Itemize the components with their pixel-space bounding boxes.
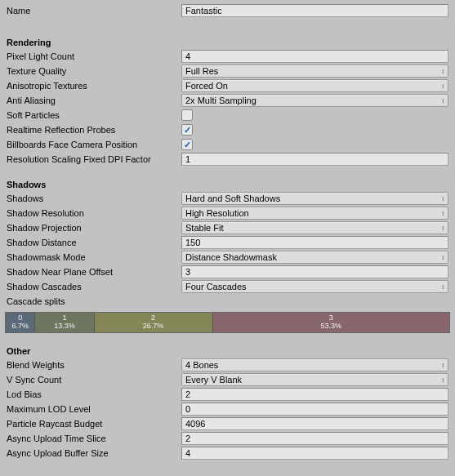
anisotropic-textures-value: Forced On bbox=[185, 81, 228, 91]
billboards-face-camera-checkbox[interactable] bbox=[181, 139, 193, 150]
async-upload-buffer-size-input[interactable] bbox=[181, 447, 448, 460]
shadow-projection-dropdown[interactable]: Stable Fit ↕ bbox=[181, 221, 448, 234]
lod-bias-input[interactable] bbox=[181, 388, 448, 401]
shadows-dropdown[interactable]: Hard and Soft Shadows ↕ bbox=[181, 192, 448, 205]
anti-aliasing-label: Anti Aliasing bbox=[5, 96, 181, 105]
chevron-updown-icon: ↕ bbox=[441, 225, 444, 232]
chevron-updown-icon: ↕ bbox=[441, 97, 444, 105]
async-upload-buffer-size-label: Async Upload Buffer Size bbox=[5, 448, 181, 458]
name-input[interactable] bbox=[181, 4, 448, 17]
chevron-updown-icon: ↕ bbox=[441, 82, 444, 90]
max-lod-level-input[interactable] bbox=[181, 403, 448, 416]
billboards-face-camera-label: Billboards Face Camera Position bbox=[5, 140, 181, 149]
cascade-splits-bar[interactable]: 0 6.7% 1 13.3% 2 26.7% 3 53.3% bbox=[5, 312, 450, 333]
shadowmask-mode-label: Shadowmask Mode bbox=[5, 252, 181, 262]
soft-particles-checkbox[interactable] bbox=[181, 109, 193, 121]
name-label: Name bbox=[5, 6, 181, 16]
cascade-splits-label: Cascade splits bbox=[5, 296, 181, 306]
shadow-resolution-value: High Resolution bbox=[185, 208, 249, 218]
chevron-updown-icon: ↕ bbox=[441, 362, 444, 369]
shadow-projection-label: Shadow Projection bbox=[5, 223, 181, 233]
shadow-near-plane-input[interactable] bbox=[181, 265, 448, 278]
shadows-value: Hard and Soft Shadows bbox=[185, 194, 280, 203]
blend-weights-value: 4 Bones bbox=[185, 360, 218, 370]
cascade-segment-3[interactable]: 3 53.3% bbox=[213, 313, 449, 332]
shadow-near-plane-label: Shadow Near Plane Offset bbox=[5, 267, 181, 277]
vsync-count-label: V Sync Count bbox=[5, 375, 181, 385]
shadow-cascades-value: Four Cascades bbox=[185, 282, 247, 291]
cascade-segment-1[interactable]: 1 13.3% bbox=[35, 313, 94, 332]
anisotropic-textures-dropdown[interactable]: Forced On ↕ bbox=[181, 79, 448, 92]
texture-quality-dropdown[interactable]: Full Res ↕ bbox=[181, 65, 448, 78]
shadows-label: Shadows bbox=[5, 194, 181, 203]
max-lod-level-label: Maximum LOD Level bbox=[5, 404, 181, 414]
anti-aliasing-value: 2x Multi Sampling bbox=[185, 96, 256, 105]
realtime-reflection-probes-label: Realtime Reflection Probes bbox=[5, 125, 181, 135]
shadow-cascades-dropdown[interactable]: Four Cascades ↕ bbox=[181, 280, 448, 293]
cascade-segment-2[interactable]: 2 26.7% bbox=[95, 313, 213, 332]
particle-raycast-budget-label: Particle Raycast Budget bbox=[5, 419, 181, 429]
shadow-projection-value: Stable Fit bbox=[185, 223, 223, 233]
shadows-header: Shadows bbox=[5, 180, 450, 189]
soft-particles-label: Soft Particles bbox=[5, 110, 181, 120]
texture-quality-label: Texture Quality bbox=[5, 66, 181, 76]
cascade-segment-percent: 26.7% bbox=[143, 323, 164, 331]
chevron-updown-icon: ↕ bbox=[441, 283, 444, 291]
realtime-reflection-probes-checkbox[interactable] bbox=[181, 124, 193, 136]
cascade-segment-0[interactable]: 0 6.7% bbox=[6, 313, 35, 332]
blend-weights-label: Blend Weights bbox=[5, 360, 181, 370]
lod-bias-label: Lod Bias bbox=[5, 389, 181, 399]
pixel-light-count-input[interactable] bbox=[181, 50, 448, 63]
vsync-count-value: Every V Blank bbox=[185, 375, 242, 385]
blend-weights-dropdown[interactable]: 4 Bones ↕ bbox=[181, 358, 448, 371]
shadowmask-mode-dropdown[interactable]: Distance Shadowmask ↕ bbox=[181, 251, 448, 264]
shadowmask-mode-value: Distance Shadowmask bbox=[185, 252, 277, 262]
resolution-scaling-dpi-input[interactable] bbox=[181, 153, 448, 166]
pixel-light-count-label: Pixel Light Count bbox=[5, 51, 181, 61]
vsync-count-dropdown[interactable]: Every V Blank ↕ bbox=[181, 373, 448, 386]
shadow-resolution-dropdown[interactable]: High Resolution ↕ bbox=[181, 207, 448, 220]
async-upload-time-slice-input[interactable] bbox=[181, 432, 448, 445]
rendering-header: Rendering bbox=[5, 38, 450, 47]
anisotropic-textures-label: Anisotropic Textures bbox=[5, 81, 181, 91]
particle-raycast-budget-input[interactable] bbox=[181, 417, 448, 430]
cascade-segment-percent: 13.3% bbox=[54, 323, 75, 331]
async-upload-time-slice-label: Async Upload Time Slice bbox=[5, 434, 181, 443]
chevron-updown-icon: ↕ bbox=[441, 210, 444, 217]
shadow-cascades-label: Shadow Cascades bbox=[5, 282, 181, 291]
other-header: Other bbox=[5, 346, 450, 356]
texture-quality-value: Full Res bbox=[185, 66, 218, 76]
chevron-updown-icon: ↕ bbox=[441, 254, 444, 261]
anti-aliasing-dropdown[interactable]: 2x Multi Sampling ↕ bbox=[181, 94, 448, 107]
cascade-segment-percent: 53.3% bbox=[321, 323, 342, 331]
chevron-updown-icon: ↕ bbox=[441, 376, 444, 384]
shadow-distance-input[interactable] bbox=[181, 236, 448, 249]
chevron-updown-icon: ↕ bbox=[441, 195, 444, 202]
shadow-distance-label: Shadow Distance bbox=[5, 238, 181, 247]
chevron-updown-icon: ↕ bbox=[441, 68, 444, 75]
shadow-resolution-label: Shadow Resolution bbox=[5, 208, 181, 218]
resolution-scaling-dpi-label: Resolution Scaling Fixed DPI Factor bbox=[5, 154, 181, 164]
cascade-segment-percent: 6.7% bbox=[11, 323, 29, 331]
